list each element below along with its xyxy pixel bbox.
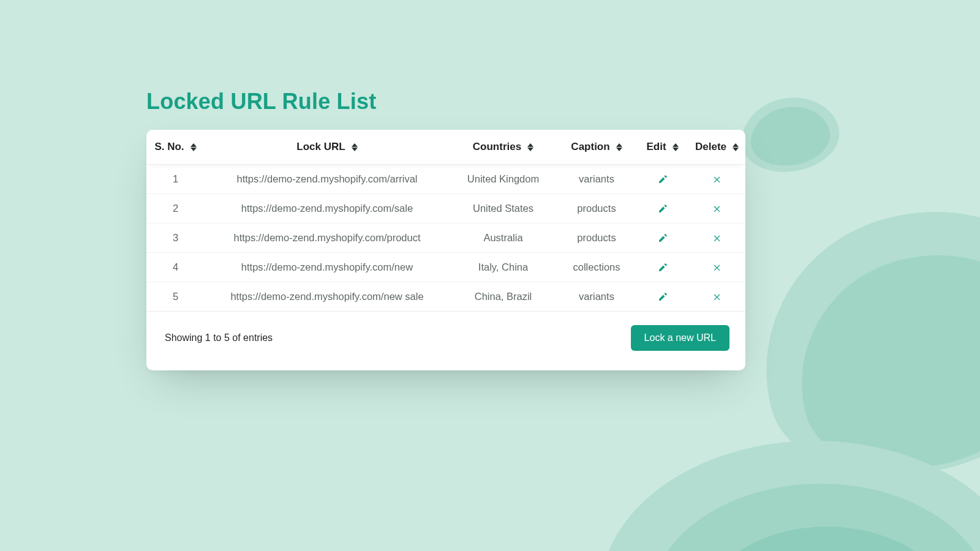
column-header-label: Lock URL	[296, 141, 345, 153]
edit-icon[interactable]	[643, 203, 682, 214]
cell-sno: 3	[146, 223, 205, 253]
sort-icon	[527, 143, 533, 151]
delete-icon[interactable]	[695, 263, 739, 272]
column-header-url[interactable]: Lock URL	[205, 130, 450, 165]
cell-edit	[636, 194, 688, 223]
cell-edit	[636, 253, 688, 282]
rules-table: S. No. Lock URL	[146, 130, 745, 312]
cell-edit	[636, 282, 688, 312]
cell-url: https://demo-zend.myshopify.com/arrival	[205, 165, 450, 194]
cell-countries: China, Brazil	[450, 282, 557, 312]
column-header-label: Caption	[571, 141, 609, 153]
table-card: S. No. Lock URL	[146, 130, 745, 370]
cell-delete	[688, 194, 745, 223]
cell-edit	[636, 223, 688, 253]
cell-countries: Italy, China	[450, 253, 557, 282]
cell-caption: variants	[557, 282, 636, 312]
table-body: 1https://demo-zend.myshopify.com/arrival…	[146, 165, 745, 312]
column-header-label: Countries	[473, 141, 521, 153]
column-header-caption[interactable]: Caption	[557, 130, 636, 165]
entries-summary: Showing 1 to 5 of entries	[165, 332, 273, 343]
column-header-delete[interactable]: Delete	[688, 130, 745, 165]
cell-sno: 1	[146, 165, 205, 194]
cell-delete	[688, 282, 745, 312]
edit-icon[interactable]	[643, 262, 682, 273]
delete-icon[interactable]	[695, 174, 739, 184]
cell-caption: collections	[557, 253, 636, 282]
column-header-label: S. No.	[154, 141, 184, 153]
table-row: 3https://demo-zend.myshopify.com/product…	[146, 223, 745, 253]
delete-icon[interactable]	[695, 204, 739, 213]
page-title: Locked URL Rule List	[146, 89, 745, 114]
table-row: 2https://demo-zend.myshopify.com/saleUni…	[146, 194, 745, 223]
table-row: 4https://demo-zend.myshopify.com/newItal…	[146, 253, 745, 282]
delete-icon[interactable]	[695, 233, 739, 242]
cell-url: https://demo-zend.myshopify.com/sale	[205, 194, 450, 223]
cell-caption: variants	[557, 165, 636, 194]
cell-edit	[636, 165, 688, 194]
delete-icon[interactable]	[695, 292, 739, 301]
edit-icon[interactable]	[643, 233, 682, 244]
column-header-label: Edit	[646, 141, 666, 153]
cell-delete	[688, 223, 745, 253]
main-container: Locked URL Rule List S. No.	[146, 89, 745, 370]
column-header-edit[interactable]: Edit	[636, 130, 688, 165]
cell-sno: 2	[146, 194, 205, 223]
table-footer: Showing 1 to 5 of entries Lock a new URL	[146, 312, 745, 370]
lock-new-url-button[interactable]: Lock a new URL	[631, 325, 729, 351]
cell-delete	[688, 253, 745, 282]
table-row: 5https://demo-zend.myshopify.com/new sal…	[146, 282, 745, 312]
cell-countries: United Kingdom	[450, 165, 557, 194]
cell-sno: 4	[146, 253, 205, 282]
table-header-row: S. No. Lock URL	[146, 130, 745, 165]
column-header-countries[interactable]: Countries	[450, 130, 557, 165]
column-header-label: Delete	[695, 141, 726, 153]
cell-delete	[688, 165, 745, 194]
cell-countries: Australia	[450, 223, 557, 253]
cell-url: https://demo-zend.myshopify.com/new	[205, 253, 450, 282]
cell-countries: United States	[450, 194, 557, 223]
sort-icon	[733, 143, 739, 151]
sort-icon	[190, 143, 197, 151]
sort-icon	[616, 143, 622, 151]
cell-caption: products	[557, 194, 636, 223]
edit-icon[interactable]	[643, 174, 682, 185]
cell-url: https://demo-zend.myshopify.com/new sale	[205, 282, 450, 312]
cell-caption: products	[557, 223, 636, 253]
sort-icon	[352, 143, 358, 151]
cell-sno: 5	[146, 282, 205, 312]
table-row: 1https://demo-zend.myshopify.com/arrival…	[146, 165, 745, 194]
edit-icon[interactable]	[643, 291, 682, 302]
column-header-sno[interactable]: S. No.	[146, 130, 205, 165]
sort-icon	[673, 143, 679, 151]
cell-url: https://demo-zend.myshopify.com/product	[205, 223, 450, 253]
